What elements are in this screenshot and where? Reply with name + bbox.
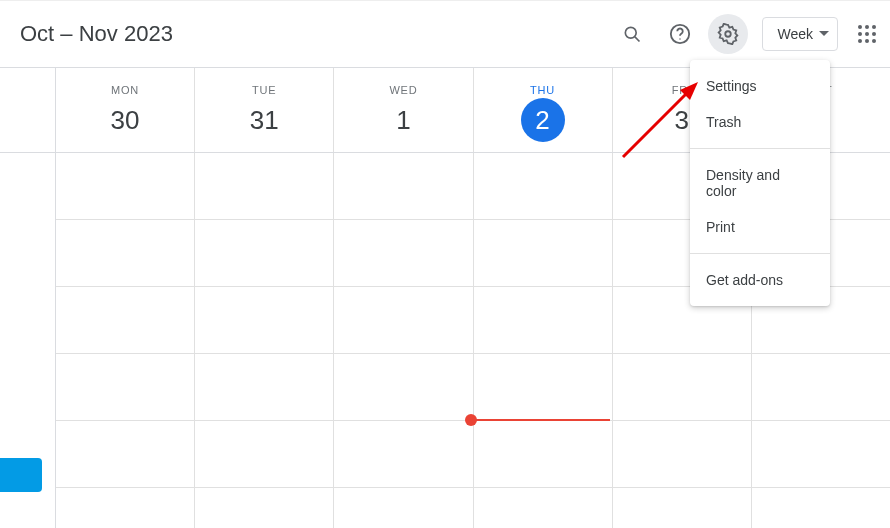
dropdown-icon bbox=[819, 31, 829, 37]
menu-item-trash[interactable]: Trash bbox=[690, 104, 830, 140]
dow-label: WED bbox=[334, 84, 472, 96]
time-cell[interactable] bbox=[56, 220, 195, 287]
menu-item-addons[interactable]: Get add-ons bbox=[690, 262, 830, 298]
day-number[interactable]: 30 bbox=[103, 98, 147, 142]
header-gutter bbox=[0, 68, 56, 152]
time-cell[interactable] bbox=[56, 421, 195, 488]
menu-divider bbox=[690, 148, 830, 149]
time-cell[interactable] bbox=[56, 287, 195, 354]
help-icon bbox=[669, 23, 691, 45]
time-gutter bbox=[0, 488, 56, 528]
time-cell[interactable] bbox=[56, 153, 195, 220]
time-cell[interactable] bbox=[334, 220, 473, 287]
time-cell[interactable] bbox=[752, 421, 890, 488]
time-cell[interactable] bbox=[613, 354, 752, 421]
time-cell[interactable] bbox=[195, 287, 334, 354]
time-cell[interactable] bbox=[56, 488, 195, 528]
time-cell[interactable] bbox=[613, 488, 752, 528]
day-header-tue[interactable]: TUE 31 bbox=[195, 68, 334, 152]
time-row bbox=[0, 421, 890, 488]
time-cell[interactable] bbox=[752, 488, 890, 528]
time-cell[interactable] bbox=[334, 488, 473, 528]
day-header-mon[interactable]: MON 30 bbox=[56, 68, 195, 152]
day-number[interactable]: 31 bbox=[242, 98, 286, 142]
time-cell[interactable] bbox=[334, 287, 473, 354]
settings-dropdown-menu: Settings Trash Density and color Print G… bbox=[690, 60, 830, 306]
dow-label: MON bbox=[56, 84, 194, 96]
time-cell[interactable] bbox=[334, 153, 473, 220]
svg-point-4 bbox=[726, 31, 732, 37]
time-cell[interactable] bbox=[195, 354, 334, 421]
day-number[interactable]: 1 bbox=[381, 98, 425, 142]
time-cell[interactable] bbox=[752, 354, 890, 421]
time-gutter bbox=[0, 287, 56, 354]
time-cell[interactable] bbox=[474, 287, 613, 354]
toolbar-actions: Week bbox=[612, 14, 878, 54]
time-cell[interactable] bbox=[195, 421, 334, 488]
day-header-wed[interactable]: WED 1 bbox=[334, 68, 473, 152]
now-indicator bbox=[471, 419, 610, 421]
now-dot-icon bbox=[465, 414, 477, 426]
svg-line-1 bbox=[635, 37, 640, 42]
time-cell[interactable] bbox=[195, 488, 334, 528]
calendar-event[interactable] bbox=[0, 458, 42, 492]
date-range-label: Oct – Nov 2023 bbox=[20, 21, 612, 47]
time-cell[interactable] bbox=[474, 354, 613, 421]
time-cell[interactable] bbox=[474, 421, 613, 488]
settings-button[interactable] bbox=[708, 14, 748, 54]
time-cell[interactable] bbox=[334, 354, 473, 421]
day-header-thu[interactable]: THU 2 bbox=[474, 68, 613, 152]
gear-icon bbox=[717, 23, 739, 45]
time-cell[interactable] bbox=[56, 354, 195, 421]
time-cell[interactable] bbox=[334, 421, 473, 488]
time-cell[interactable] bbox=[474, 220, 613, 287]
apps-button[interactable] bbox=[858, 25, 876, 43]
dow-label: THU bbox=[474, 84, 612, 96]
view-label: Week bbox=[777, 26, 813, 42]
time-cell[interactable] bbox=[195, 220, 334, 287]
time-row bbox=[0, 488, 890, 528]
time-gutter bbox=[0, 153, 56, 220]
menu-divider bbox=[690, 253, 830, 254]
time-gutter bbox=[0, 354, 56, 421]
time-cell[interactable] bbox=[195, 153, 334, 220]
top-toolbar: Oct – Nov 2023 Week bbox=[0, 0, 890, 68]
help-button[interactable] bbox=[660, 14, 700, 54]
search-button[interactable] bbox=[612, 14, 652, 54]
menu-item-density[interactable]: Density and color bbox=[690, 157, 830, 209]
search-icon bbox=[622, 24, 642, 44]
menu-item-settings[interactable]: Settings bbox=[690, 68, 830, 104]
view-selector[interactable]: Week bbox=[762, 17, 838, 51]
time-cell[interactable] bbox=[613, 421, 752, 488]
menu-item-print[interactable]: Print bbox=[690, 209, 830, 245]
dow-label: TUE bbox=[195, 84, 333, 96]
time-cell[interactable] bbox=[474, 153, 613, 220]
time-row bbox=[0, 354, 890, 421]
time-cell[interactable] bbox=[474, 488, 613, 528]
svg-point-3 bbox=[680, 38, 681, 39]
svg-point-0 bbox=[626, 27, 637, 38]
day-number[interactable]: 2 bbox=[521, 98, 565, 142]
time-gutter bbox=[0, 220, 56, 287]
